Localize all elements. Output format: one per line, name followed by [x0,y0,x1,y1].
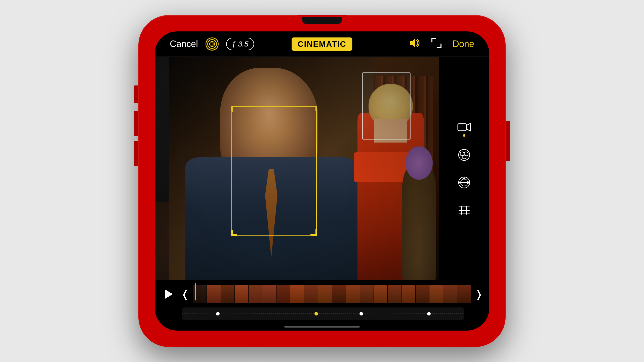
mute-button[interactable] [134,85,138,103]
svg-point-1 [211,43,213,45]
svg-point-19 [467,182,469,184]
timeline-bracket-right[interactable]: ❭ [474,288,484,300]
film-frame [360,285,374,303]
volume-up-button[interactable] [134,111,138,136]
film-frame [346,285,360,303]
toolbar-right: Done [408,37,474,51]
filter-tool[interactable] [457,147,472,162]
svg-rect-8 [458,124,466,131]
focus-box-secondary[interactable] [362,72,411,140]
playhead [195,283,196,300]
svg-point-18 [463,177,465,179]
focus-keyframe-1[interactable] [216,312,220,315]
flower-vase [402,169,436,281]
film-frame [429,285,443,303]
playback-row: ❬ [160,283,484,305]
toolbar: Cancel ƒ 3.5 CINEMATIC [155,31,489,57]
aperture-badge[interactable]: ƒ 3.5 [226,38,254,50]
film-frame [290,285,304,303]
video-tool[interactable] [457,120,472,135]
toolbar-center: CINEMATIC [292,37,352,51]
color-tool[interactable] [457,175,472,190]
film-frame [443,285,457,303]
autofocus-icon[interactable] [206,37,219,51]
aperture-value: ƒ 3.5 [232,40,249,48]
svg-point-2 [212,43,213,44]
play-icon [165,290,173,299]
phone-device: Cancel ƒ 3.5 CINEMATIC [138,15,506,347]
film-frame [235,285,249,303]
video-preview [155,57,439,280]
adjust-tool[interactable] [457,203,472,218]
cancel-button[interactable]: Cancel [170,39,198,49]
volume-down-button[interactable] [134,141,138,166]
focus-box-primary[interactable] [231,106,317,236]
expand-icon[interactable] [430,37,442,51]
home-indicator[interactable] [284,326,360,328]
film-frame [332,285,346,303]
film-strip[interactable] [193,285,471,303]
top-notch [297,15,347,25]
phone-screen: Cancel ƒ 3.5 CINEMATIC [155,31,489,331]
film-frame [388,285,401,303]
focus-keyframe-2[interactable] [314,312,318,315]
film-frame [249,285,262,303]
svg-marker-9 [467,123,470,131]
timeline-bracket-left[interactable]: ❬ [180,288,190,300]
track-dots-line [182,313,464,314]
svg-point-0 [210,41,215,47]
tools-panel [439,57,489,280]
focus-keyframe-4[interactable] [427,312,431,315]
film-frame [262,285,276,303]
active-tool-dot [463,134,465,137]
film-frame [193,285,207,303]
toolbar-divider [155,57,489,57]
film-frame [207,285,221,303]
svg-marker-3 [410,38,415,48]
svg-point-20 [459,182,461,184]
film-frame [318,285,332,303]
focus-keyframe-3[interactable] [359,312,363,315]
svg-rect-26 [459,206,470,207]
svg-rect-21 [459,210,470,211]
film-frame [401,285,415,303]
toolbar-left: Cancel ƒ 3.5 [170,37,254,51]
cinematic-label: CINEMATIC [298,39,346,49]
film-frame [457,285,471,303]
svg-point-13 [462,155,466,159]
film-frame [416,285,429,303]
svg-rect-27 [459,213,470,214]
film-frame [221,285,235,303]
film-frame [304,285,318,303]
notch-inner [302,17,342,24]
power-button[interactable] [506,121,510,161]
cinematic-badge[interactable]: CINEMATIC [292,37,352,51]
bottom-controls: ❬ [155,280,489,331]
volume-icon[interactable] [408,38,420,50]
play-button[interactable] [160,285,177,303]
film-frame [276,285,290,303]
video-background [155,57,439,280]
focus-track[interactable] [182,307,464,320]
done-button[interactable]: Done [453,39,474,49]
film-frame [374,285,388,303]
